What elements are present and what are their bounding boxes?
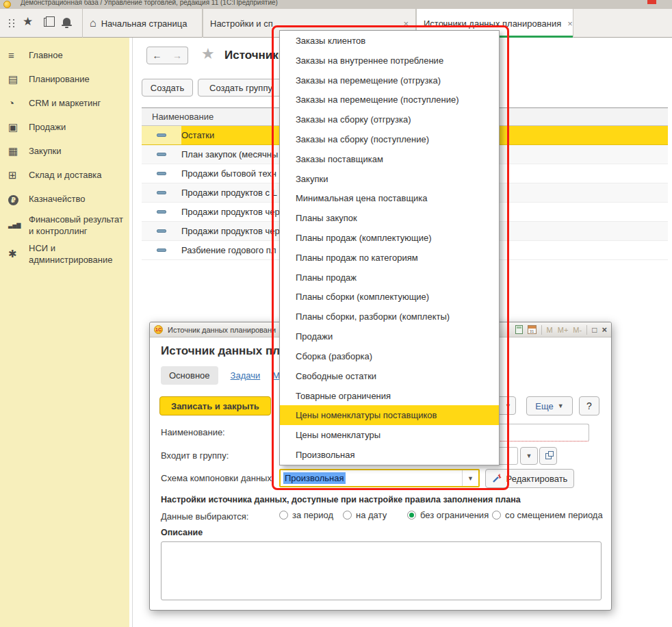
calculator-icon[interactable] [515, 325, 523, 334]
radio-date[interactable]: на дату [343, 510, 387, 520]
sidebar-item-main[interactable]: ≡ Главное [0, 43, 129, 67]
memory-mplus-button[interactable]: M+ [558, 326, 569, 334]
radio-period[interactable]: за период [279, 510, 333, 520]
tab-close-icon[interactable] [403, 18, 409, 29]
treasury-icon: ₽ [8, 193, 29, 205]
warehouse-delivery-icon: ⊞ [8, 169, 29, 181]
help-button[interactable]: ? [579, 396, 599, 415]
dropdown-item[interactable]: Заказы на внутреннее потребление [280, 51, 499, 71]
radio-label: за период [292, 510, 333, 520]
row-icon-cell [142, 145, 181, 164]
item-dash-icon [157, 133, 166, 137]
scheme-dropdown-button[interactable] [462, 470, 478, 486]
row-icon-cell [142, 203, 181, 221]
tab-tasks[interactable]: Задачи [231, 370, 261, 381]
radio-icon [279, 511, 288, 520]
data-select-label: Данные выбираются: [161, 511, 248, 522]
calendar-icon[interactable]: 31 [528, 325, 537, 334]
item-dash-icon [157, 172, 166, 175]
more-button[interactable]: Еще [526, 396, 573, 415]
notifications-icon[interactable] [63, 18, 70, 25]
radio-no-limit[interactable]: без ограничения [407, 510, 489, 520]
sections-menu-icon[interactable] [9, 19, 10, 21]
row-icon-cell [142, 164, 181, 183]
sidebar-item-label: CRM и маркетинг [29, 97, 125, 109]
dropdown-item[interactable]: Планы продаж (комплектующие) [280, 228, 499, 248]
dropdown-item[interactable]: Свободные остатки [280, 366, 499, 386]
dropdown-item[interactable]: Продажи [280, 327, 499, 346]
1c-logo-icon: 1С [154, 325, 163, 334]
dropdown-item-highlighted[interactable]: Цены номенклатуры поставщиков [280, 405, 499, 425]
sidebar-item-label: Главное [29, 49, 125, 61]
dropdown-item[interactable]: Сборка (разборка) [280, 346, 499, 366]
dropdown-item[interactable]: Планы сборки (комплектующие) [280, 287, 499, 307]
radio-icon [343, 511, 352, 520]
chevron-down-icon [467, 475, 474, 482]
dropdown-item[interactable]: Заказы на перемещение (отгрузка) [280, 71, 499, 90]
dropdown-item[interactable]: Планы закупок [280, 208, 499, 228]
dropdown-item[interactable]: Товарные ограничения [280, 386, 499, 406]
more-label: Еще [535, 401, 553, 411]
tab-home-label: Начальная страница [101, 18, 188, 29]
sidebar-item-crm[interactable]: ◔ CRM и маркетинг [0, 91, 129, 115]
dropdown-item[interactable]: Планы продаж [280, 268, 499, 287]
open-icon [545, 453, 552, 459]
sidebar-item-purchases[interactable]: ▦ Закупки [0, 139, 129, 163]
dropdown-item[interactable]: Минимальная цена поставщика [280, 189, 499, 209]
dropdown-item[interactable]: Произвольная [280, 445, 499, 465]
sidebar-item-treasury[interactable]: ₽ Казначейство [0, 187, 129, 211]
dropdown-item[interactable]: Планы сборки, разборки (комплекты) [280, 307, 499, 327]
data-select-row: Данные выбираются: за период на дату без… [150, 510, 611, 524]
radio-period-shift[interactable]: со смещением периода [492, 510, 603, 520]
memory-mminus-button[interactable]: M- [573, 326, 582, 334]
description-label: Описание [161, 528, 203, 537]
dialog-tabs: Основное Задачи Мои [161, 366, 290, 385]
favorite-star-icon[interactable] [201, 45, 215, 63]
item-dash-icon [157, 191, 166, 194]
row-icon-cell [142, 222, 181, 240]
chevron-down-icon [526, 452, 532, 459]
planning-icon: ▤ [8, 73, 29, 86]
tab-close-icon[interactable] [567, 18, 573, 29]
forward-button[interactable] [167, 47, 188, 64]
favorites-icon[interactable] [23, 14, 33, 29]
dropdown-item[interactable]: Закупки [280, 169, 499, 189]
window-close-fragment [647, 0, 656, 4]
dropdown-item[interactable]: Заказы на перемещение (поступление) [280, 90, 499, 110]
gear-icon: ✱ [8, 248, 29, 260]
dropdown-item[interactable]: Заказы клиентов [280, 31, 499, 51]
scheme-selected-value: Произвольная [283, 472, 346, 484]
edit-scheme-button[interactable]: Редактировать [485, 469, 574, 488]
sidebar-item-finance[interactable]: ▃▅▇ Финансовый результат и контроллинг [0, 211, 129, 240]
create-button[interactable]: Создать [142, 79, 193, 97]
item-dash-icon [157, 248, 166, 252]
scheme-combobox[interactable]: Произвольная [279, 469, 480, 487]
description-textarea[interactable] [161, 541, 602, 600]
memory-m-button[interactable]: M [547, 326, 553, 334]
dropdown-item[interactable]: Цены номенклатуры [280, 425, 499, 445]
row-icon-cell [142, 183, 181, 202]
group-dropdown-button[interactable] [520, 447, 538, 465]
dropdown-item[interactable]: Заказы на сборку (поступление) [280, 129, 499, 149]
history-icon[interactable] [44, 18, 51, 27]
tab-home[interactable]: Начальная страница [82, 9, 203, 38]
sidebar-item-sales[interactable]: ▣ Продажи [0, 115, 129, 139]
sidebar-item-planning[interactable]: ▤ Планирование [0, 67, 129, 91]
row-icon-cell [142, 126, 181, 144]
tab-main[interactable]: Основное [161, 366, 218, 385]
dropdown-item[interactable]: Заказы поставщикам [280, 149, 499, 169]
group-open-button[interactable] [539, 447, 557, 465]
name-field-label: Наименование: [161, 427, 225, 437]
back-button[interactable] [146, 47, 168, 64]
dropdown-item[interactable]: Заказы на сборку (отгрузка) [280, 110, 499, 129]
save-and-close-button[interactable]: Записать и закрыть [159, 396, 271, 415]
sidebar-item-warehouse[interactable]: ⊞ Склад и доставка [0, 163, 129, 187]
sidebar-item-admin[interactable]: ✱ НСИ и администрирование [0, 240, 129, 268]
row-icon-cell [142, 241, 181, 259]
maximize-icon[interactable] [592, 325, 597, 335]
settings-header: Настройки источника данных, доступные пр… [161, 495, 521, 504]
close-icon[interactable] [602, 324, 607, 335]
dialog-heading: Источник данных пл [161, 344, 280, 358]
dropdown-item[interactable]: Планы продаж по категориям [280, 248, 499, 268]
create-group-button[interactable]: Создать группу [198, 79, 284, 97]
